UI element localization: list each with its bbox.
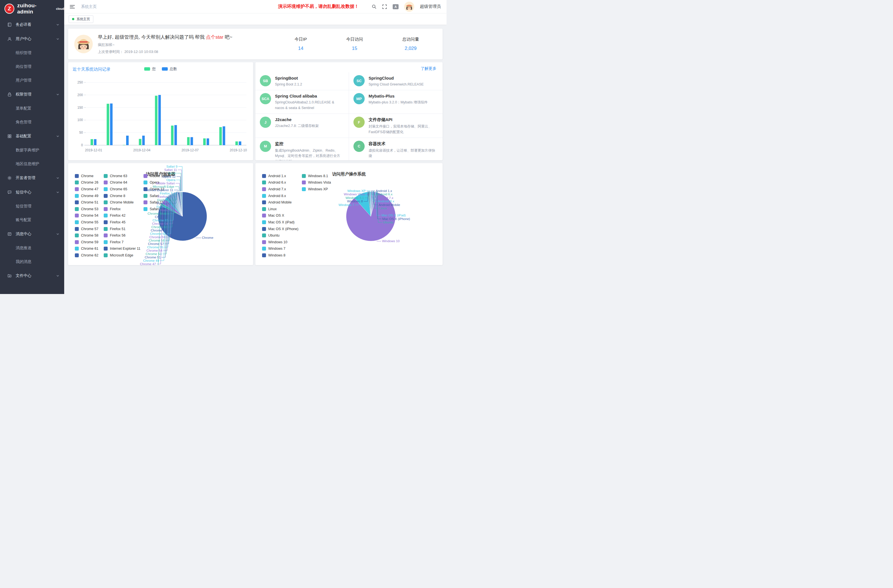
pie-slice[interactable] (180, 192, 182, 217)
legend-item[interactable]: Windows XP (302, 186, 331, 192)
pie-slice[interactable] (368, 192, 371, 217)
legend-item[interactable]: Microsoft Edge (104, 252, 143, 259)
bar[interactable] (110, 104, 113, 145)
sidebar-item-1[interactable]: 务必详看 (0, 17, 64, 32)
legend-item[interactable]: Safari 9 (143, 206, 170, 212)
tab-home[interactable]: 系统主页 (69, 15, 93, 23)
pie-slice[interactable] (174, 193, 182, 217)
bar[interactable] (207, 138, 209, 145)
sidebar-subitem[interactable]: 岗位管理 (0, 60, 64, 74)
pie-slice[interactable] (354, 192, 371, 217)
pie-slice[interactable] (371, 192, 376, 217)
legend-item[interactable]: Opera (143, 179, 170, 186)
legend-item[interactable]: Chrome 51 (75, 199, 104, 206)
bar[interactable] (171, 126, 173, 145)
pie-slice[interactable] (174, 193, 182, 217)
pie-slice[interactable] (371, 192, 374, 217)
pie-slice[interactable] (182, 192, 182, 217)
star-link[interactable]: 点个star (206, 35, 223, 40)
legend-item[interactable]: Firefox 45 (104, 219, 143, 226)
legend-item[interactable]: Chrome 54 (75, 212, 104, 219)
pie-slice[interactable] (180, 192, 182, 217)
legend-item[interactable]: 您 (144, 66, 156, 71)
pie-slice[interactable] (371, 192, 377, 217)
font-size-icon[interactable]: A (393, 4, 398, 9)
bar[interactable] (107, 104, 109, 145)
pie-slice[interactable] (176, 193, 182, 217)
avatar[interactable] (404, 2, 414, 12)
sidebar-subitem[interactable]: 数据字典维护 (0, 143, 64, 157)
legend-item[interactable]: Firefox 42 (104, 212, 143, 219)
bar[interactable] (235, 141, 238, 145)
legend-item[interactable]: Mac OS X (iPhone) (262, 226, 302, 232)
legend-item[interactable]: Android Mobile (262, 199, 302, 206)
sidebar-item-7[interactable]: 消息中心 (0, 227, 64, 241)
pie-slice[interactable] (371, 192, 376, 217)
legend-item[interactable]: Android 8.x (262, 192, 302, 199)
pie-slice[interactable] (371, 192, 373, 217)
bar[interactable] (142, 136, 144, 145)
bar[interactable] (94, 139, 96, 145)
bar[interactable] (158, 95, 161, 145)
pie-slice[interactable] (170, 195, 182, 217)
pie-slice[interactable] (168, 196, 182, 217)
sidebar-item-6[interactable]: 短信中心 (0, 185, 64, 199)
pie-slice[interactable] (176, 193, 182, 217)
legend-item[interactable]: Chrome 53 (75, 206, 104, 212)
bar[interactable] (123, 145, 125, 145)
sidebar-subitem[interactable]: 菜单配置 (0, 101, 64, 115)
legend-item[interactable]: Mobile Safari (143, 173, 170, 179)
legend-item[interactable]: Android 6.x (262, 179, 302, 186)
sidebar-subitem[interactable]: 账号配置 (0, 213, 64, 227)
bar[interactable] (174, 125, 177, 145)
bar[interactable] (191, 137, 193, 145)
bar[interactable] (203, 138, 206, 145)
legend-item[interactable]: 总数 (162, 66, 177, 71)
search-icon[interactable] (372, 4, 376, 9)
sidebar-subitem[interactable]: 我的消息 (0, 255, 64, 269)
legend-item[interactable]: Chrome 26 (75, 179, 104, 186)
legend-item[interactable]: Chrome (75, 173, 104, 179)
legend-item[interactable]: Windows 7 (262, 245, 302, 252)
legend-item[interactable]: Firefox 7 (104, 239, 143, 245)
legend-item[interactable]: Firefox (104, 206, 143, 212)
pie-slice[interactable] (170, 195, 182, 217)
sidebar-item-3[interactable]: 权限管理 (0, 87, 64, 101)
legend-item[interactable]: Mac OS X (iPad) (262, 219, 302, 226)
current-user-name[interactable]: 超级管理员 (420, 4, 441, 9)
legend-item[interactable]: Chrome 55 (75, 219, 104, 226)
sidebar-item-4[interactable]: 基础配置 (0, 129, 64, 143)
pie-slice[interactable] (370, 192, 371, 217)
legend-item[interactable]: Chrome Mobile (104, 199, 143, 206)
pie-slice[interactable] (371, 192, 371, 217)
sidebar-subitem[interactable]: 角色管理 (0, 115, 64, 129)
legend-item[interactable]: Chrome 8 (104, 192, 143, 199)
pie-slice[interactable] (171, 194, 182, 217)
pie-slice[interactable] (346, 192, 395, 241)
pie-slice[interactable] (172, 194, 182, 217)
legend-item[interactable]: Chrome 62 (75, 252, 104, 259)
pie-slice[interactable] (181, 192, 182, 217)
sidebar-subitem[interactable]: 组织管理 (0, 46, 64, 60)
sidebar-subitem[interactable]: 地区信息维护 (0, 157, 64, 171)
pie-slice[interactable] (370, 192, 371, 217)
pie-slice[interactable] (169, 195, 182, 217)
legend-item[interactable]: Chrome 61 (75, 245, 104, 252)
sidebar-subitem[interactable]: 消息推送 (0, 241, 64, 255)
sidebar-item-8[interactable]: 文件中心 (0, 269, 64, 283)
legend-item[interactable]: Linux (262, 206, 302, 212)
pie-slice[interactable] (178, 192, 182, 217)
sidebar-subitem[interactable]: 短信管理 (0, 199, 64, 213)
legend-item[interactable]: Chrome 65 (104, 186, 143, 192)
pie-slice[interactable] (179, 192, 182, 217)
pie-slice[interactable] (177, 192, 183, 217)
menu-collapse-icon[interactable] (70, 5, 75, 9)
legend-item[interactable]: Chrome 63 (104, 173, 143, 179)
pie-slice[interactable] (173, 194, 182, 217)
bar[interactable] (219, 127, 222, 145)
legend-item[interactable]: Chrome 47 (75, 186, 104, 192)
legend-item[interactable]: Opera 12 (143, 186, 170, 192)
legend-item[interactable]: Mac OS X (262, 212, 302, 219)
pie-slice[interactable] (371, 192, 377, 217)
legend-item[interactable]: Android 1.x (262, 173, 302, 179)
